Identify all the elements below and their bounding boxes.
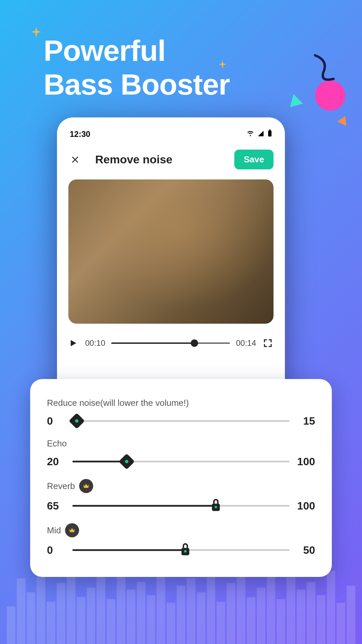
- play-button[interactable]: [68, 338, 79, 348]
- slider-thumb[interactable]: [119, 453, 135, 470]
- control-mid: Mid 0 50: [47, 523, 315, 557]
- svg-point-7: [184, 550, 186, 552]
- control-echo: Echo 20 100: [47, 438, 315, 468]
- locked-thumb-icon: [179, 542, 191, 557]
- close-button[interactable]: [68, 153, 82, 166]
- decorative-squiggle: [305, 50, 345, 91]
- promo-headline: Powerful Bass Booster: [44, 34, 230, 101]
- control-reverb: Reverb 65 100: [47, 479, 315, 513]
- slider-thumb[interactable]: [69, 413, 85, 429]
- total-time: 00:14: [236, 338, 256, 348]
- control-label: Echo: [47, 438, 315, 449]
- sparkle-icon: [30, 27, 42, 39]
- decorative-triangle: [287, 92, 303, 107]
- player-bar: 00:10 00:14: [65, 324, 277, 349]
- battery-icon: [267, 129, 272, 139]
- top-bar: Remove noise Save: [65, 150, 277, 169]
- slider-max: 15: [296, 415, 315, 427]
- mid-slider[interactable]: [72, 543, 290, 557]
- status-time: 12:30: [70, 129, 90, 139]
- headline-line2: Bass Booster: [44, 67, 230, 101]
- control-reduce-noise: Reduce noise(will lower the volume!) 0 1…: [47, 398, 315, 428]
- seek-fill: [111, 342, 194, 344]
- fullscreen-button[interactable]: [262, 337, 274, 349]
- slider-min: 0: [47, 415, 66, 427]
- slider-min: 65: [47, 500, 66, 512]
- slider-min: 20: [47, 455, 66, 468]
- seek-bar[interactable]: [111, 337, 230, 349]
- reverb-slider[interactable]: [72, 499, 290, 513]
- slider-max: 100: [296, 455, 315, 468]
- control-label: Reverb: [47, 479, 315, 493]
- status-bar: 12:30: [65, 129, 277, 150]
- control-label: Mid: [47, 523, 315, 537]
- save-button[interactable]: Save: [234, 150, 274, 169]
- seek-thumb[interactable]: [191, 339, 198, 347]
- reduce-noise-slider[interactable]: [72, 414, 290, 428]
- wifi-icon: [247, 129, 254, 139]
- svg-point-5: [215, 506, 217, 508]
- control-label-text: Mid: [47, 525, 61, 536]
- svg-rect-0: [268, 130, 272, 137]
- headline-line1: Powerful: [44, 34, 230, 67]
- slider-max: 100: [296, 500, 315, 512]
- decorative-triangle: [337, 114, 350, 126]
- page-title: Remove noise: [95, 153, 234, 166]
- video-preview[interactable]: [68, 179, 274, 324]
- slider-min: 0: [47, 544, 66, 556]
- slider-max: 50: [296, 544, 315, 556]
- locked-thumb-icon: [210, 498, 222, 513]
- controls-panel: Reduce noise(will lower the volume!) 0 1…: [30, 379, 332, 577]
- premium-badge-icon: [65, 523, 79, 537]
- control-label: Reduce noise(will lower the volume!): [47, 398, 315, 408]
- status-icons: [247, 129, 272, 139]
- svg-rect-1: [269, 129, 270, 130]
- current-time: 00:10: [85, 338, 105, 348]
- control-label-text: Reverb: [47, 481, 75, 491]
- signal-icon: [257, 129, 264, 139]
- premium-badge-icon: [79, 479, 93, 493]
- echo-slider[interactable]: [72, 455, 290, 468]
